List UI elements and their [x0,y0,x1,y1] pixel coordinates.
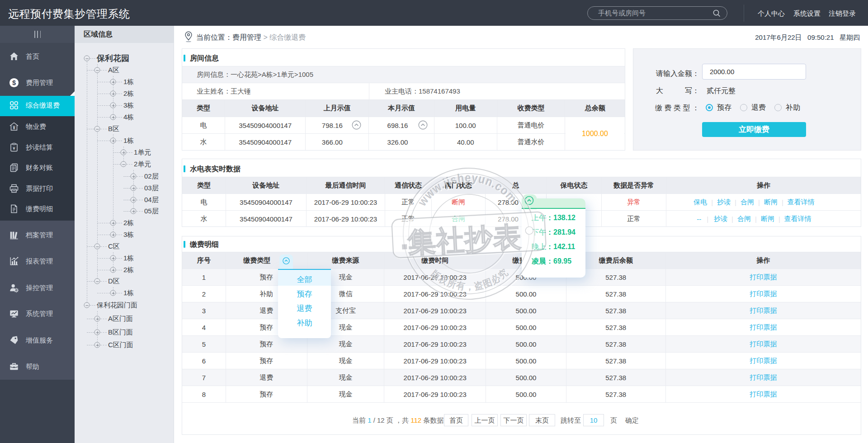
svg-text:¥: ¥ [13,125,15,130]
svg-text:¥: ¥ [13,146,15,151]
svg-text:$: $ [12,79,16,86]
